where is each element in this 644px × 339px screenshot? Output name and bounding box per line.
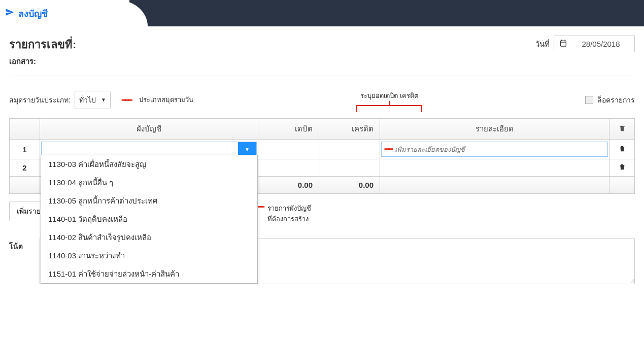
debit-cell[interactable] <box>258 159 319 177</box>
trash-icon <box>619 125 626 132</box>
annotation-chart-line1: รายการผังบัญชี <box>267 203 311 214</box>
date-input[interactable]: 28/05/2018 <box>554 36 635 52</box>
lock-label: ล็อครายการ <box>597 94 635 106</box>
table-row: 1 ▼ 1130-03 ค่าเผื่อหนี้สงสัยจะสูญ 1130-… <box>10 140 635 159</box>
chevron-down-icon: ▼ <box>101 97 106 103</box>
chevron-down-icon: ▼ <box>245 147 250 152</box>
detail-cell[interactable] <box>380 159 609 177</box>
app-title: ลงบัญชี <box>18 6 48 21</box>
credit-cell[interactable] <box>319 159 380 177</box>
entry-table: ผังบัญชี เดบิต เครดิต รายละเอียด 1 ▼ <box>9 118 635 194</box>
entry-number-label: รายการเลขที่: <box>9 36 76 53</box>
delete-row-button[interactable] <box>619 163 626 172</box>
dropdown-toggle[interactable]: ▼ <box>238 142 256 156</box>
detail-input-wrapper: ━━ <box>381 142 608 157</box>
annotation-line: ━━ <box>385 145 392 154</box>
debit-cell[interactable] <box>258 140 319 159</box>
annotation-line: ━━━ <box>122 96 131 104</box>
trash-icon <box>619 163 626 171</box>
dropdown-item[interactable]: 1151-01 ค่าใช้จ่ายจ่ายล่วงหน้า-ค่าสินค้า <box>41 265 257 283</box>
credit-cell[interactable] <box>319 140 380 159</box>
row-number: 2 <box>10 159 40 177</box>
annotation-journal-type: ประเภทสมุดรายวัน <box>139 94 193 105</box>
dropdown-item[interactable]: 1140-01 วัตถุดิบคงเหลือ <box>41 210 257 228</box>
delete-row-button[interactable] <box>619 145 626 154</box>
account-input[interactable] <box>42 142 238 156</box>
date-label: วันที่ <box>535 38 550 50</box>
total-debit: 0.00 <box>258 177 319 194</box>
detail-input[interactable] <box>395 146 604 153</box>
tab-active: ลงบัญชี <box>0 0 129 26</box>
journal-type-select[interactable]: ทั่วไป ▼ <box>75 91 111 109</box>
date-value: 28/05/2018 <box>572 40 629 48</box>
col-header-debit: เดบิต <box>258 119 319 140</box>
account-dropdown: 1130-03 ค่าเผื่อหนี้สงสัยจะสูญ 1130-04 ล… <box>41 155 258 284</box>
calendar-icon <box>559 39 567 49</box>
row-number: 1 <box>10 140 40 159</box>
note-label: โน้ต <box>9 239 29 252</box>
col-header-account: ผังบัญชี <box>40 119 258 140</box>
top-bar: ลงบัญชี <box>0 0 644 26</box>
paper-plane-icon <box>5 8 14 19</box>
col-header-delete <box>609 119 635 140</box>
annotation-bracket <box>356 105 422 112</box>
total-credit: 0.00 <box>319 177 380 194</box>
dropdown-item[interactable]: 1140-02 สินค้าสำเร็จรูปคงเหลือ <box>41 228 257 247</box>
trash-icon <box>619 145 626 152</box>
dropdown-item[interactable]: 1130-03 ค่าเผื่อหนี้สงสัยจะสูญ <box>41 155 257 174</box>
dropdown-item[interactable]: 1130-05 ลูกหนี้การค้าต่างประเทศ <box>41 192 257 210</box>
lock-checkbox[interactable] <box>585 96 593 104</box>
col-header-detail: รายละเอียด <box>380 119 609 140</box>
col-header-credit: เครดิต <box>319 119 380 140</box>
annotation-debit-credit: ระบุยอดเดบิต เครดิต <box>360 90 418 101</box>
col-header-num <box>10 119 40 140</box>
document-label: เอกสาร: <box>9 55 76 67</box>
annotation-chart-line2: ที่ต้องการสร้าง <box>267 214 311 224</box>
journal-type-label: สมุดรายวันประเภท: <box>9 94 71 106</box>
dropdown-item[interactable]: 1130-04 ลูกหนี้อื่น ๆ <box>41 174 257 192</box>
dropdown-item[interactable]: 1140-03 งานระหว่างทำ <box>41 247 257 265</box>
page-header: รายการเลขที่: เอกสาร: วันที่ 28/05/2018 <box>9 36 635 76</box>
